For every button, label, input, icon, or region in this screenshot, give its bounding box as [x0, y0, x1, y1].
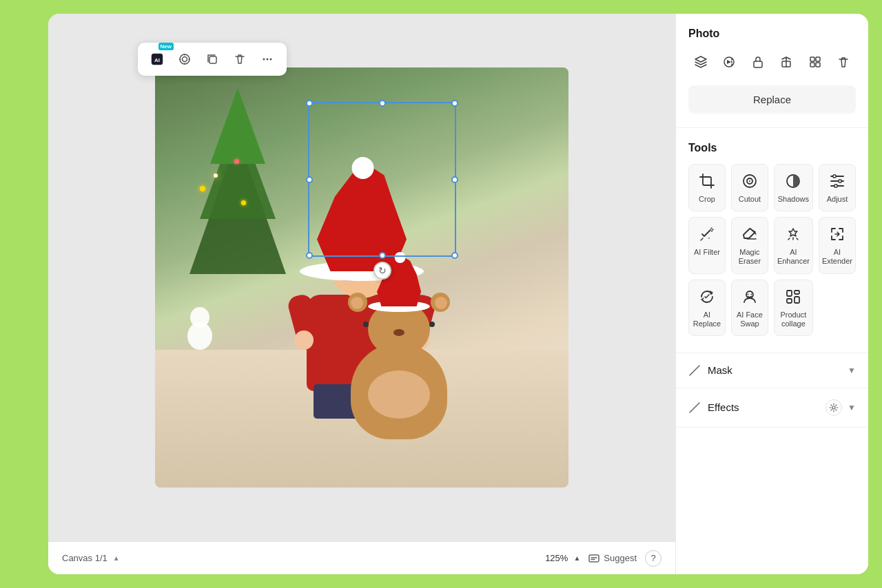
- tool-magic-eraser[interactable]: Magic Eraser: [731, 217, 768, 273]
- effects-header[interactable]: Effects ▼: [688, 399, 856, 416]
- svg-point-2: [180, 54, 189, 64]
- svg-rect-12: [810, 57, 814, 61]
- mask-title: Mask: [708, 364, 732, 376]
- bottom-actions: 125% ▲ Suggest ?: [545, 550, 662, 567]
- product-collage-icon: [783, 287, 803, 306]
- ai-filter-label: AI Filter: [694, 248, 720, 257]
- mask-chevron-icon: ▼: [848, 366, 856, 375]
- mask-icon: [688, 364, 701, 377]
- effects-title: Effects: [708, 401, 739, 413]
- handle-mid-left[interactable]: [306, 176, 313, 183]
- crop-label: Crop: [699, 195, 715, 204]
- ai-filter-icon: [697, 224, 717, 244]
- app-container: AI New: [48, 14, 868, 574]
- canvas-area: AI New: [48, 14, 675, 574]
- icon-bar: [688, 50, 856, 74]
- right-panel: Photo: [675, 14, 868, 574]
- svg-rect-14: [810, 63, 814, 67]
- magic-eraser-label: Magic Eraser: [735, 248, 765, 266]
- tool-ai-face-swap[interactable]: AI Face Swap: [731, 280, 768, 336]
- zoom-control: 125% ▲: [545, 553, 580, 563]
- more-button[interactable]: [255, 47, 280, 72]
- tool-product-collage[interactable]: Product collage: [774, 280, 813, 336]
- tool-crop[interactable]: Crop: [688, 164, 726, 211]
- ai-tool-button[interactable]: AI New: [145, 47, 170, 72]
- resize-button[interactable]: [803, 50, 828, 74]
- tool-ai-replace[interactable]: AI Replace: [688, 280, 726, 336]
- svg-text:AI: AI: [154, 57, 160, 63]
- svg-rect-21: [839, 180, 841, 182]
- flip-button[interactable]: [775, 50, 799, 74]
- shadows-icon: [783, 171, 803, 191]
- handle-bottom-right[interactable]: [451, 252, 458, 259]
- svg-rect-29: [794, 297, 799, 303]
- selection-box[interactable]: ↻: [308, 102, 456, 257]
- product-collage-label: Product collage: [777, 311, 810, 328]
- crop-icon: [697, 171, 717, 191]
- tool-ai-filter[interactable]: AI Filter: [688, 217, 726, 273]
- adjust-label: Adjust: [827, 195, 848, 204]
- ai-face-swap-icon: [740, 287, 759, 306]
- cutout-label: Cutout: [739, 195, 761, 204]
- copy-button[interactable]: [200, 47, 225, 72]
- canvas-chevron-icon: ▲: [113, 554, 120, 562]
- replace-button[interactable]: Replace: [688, 85, 856, 114]
- suggest-label: Suggest: [604, 553, 637, 563]
- help-button[interactable]: ?: [645, 550, 662, 567]
- help-label: ?: [650, 553, 655, 563]
- handle-bottom-center[interactable]: [379, 252, 386, 259]
- cutout-icon: [740, 171, 759, 191]
- svg-rect-4: [209, 56, 216, 63]
- rotate-handle[interactable]: ↻: [373, 262, 391, 280]
- effects-icon: [688, 401, 701, 414]
- svg-rect-26: [787, 291, 792, 296]
- handle-top-center[interactable]: [379, 100, 386, 107]
- ai-replace-icon: [697, 287, 717, 306]
- ai-extender-icon: [828, 224, 847, 244]
- trash-button[interactable]: [832, 50, 857, 74]
- mask-left: Mask: [688, 364, 732, 377]
- svg-point-18: [749, 180, 750, 182]
- canvas-workspace: AI New: [48, 14, 675, 541]
- ai-enhancer-label: AI Enhancer: [777, 248, 810, 266]
- svg-rect-28: [787, 299, 792, 303]
- handle-top-right[interactable]: [451, 100, 458, 107]
- tool-cutout[interactable]: Cutout: [731, 164, 768, 211]
- svg-point-30: [832, 406, 835, 409]
- ai-replace-label: AI Replace: [692, 311, 722, 328]
- ai-face-swap-label: AI Face Swap: [735, 311, 765, 328]
- tools-section: Tools Crop: [676, 128, 868, 353]
- svg-rect-10: [754, 61, 762, 67]
- handle-bottom-left[interactable]: [306, 252, 313, 259]
- zoom-level: 125%: [545, 553, 568, 563]
- svg-point-7: [270, 59, 272, 61]
- animate-button[interactable]: [717, 50, 742, 74]
- delete-button[interactable]: [227, 47, 252, 72]
- floating-toolbar: AI New: [138, 43, 287, 76]
- lock-button[interactable]: [746, 50, 770, 74]
- effects-chevron-icon: ▼: [848, 403, 856, 412]
- svg-point-5: [263, 59, 265, 61]
- canvas-bottom-bar: Canvas 1/1 ▲ 125% ▲ Suggest ?: [48, 541, 675, 574]
- canvas-label: Canvas 1/1: [62, 553, 107, 563]
- tool-ai-enhancer[interactable]: AI Enhancer: [774, 217, 813, 273]
- tools-grid: Crop Cutout: [688, 164, 856, 336]
- layers-button[interactable]: [688, 50, 713, 74]
- svg-point-24: [747, 293, 748, 295]
- svg-rect-15: [816, 63, 820, 67]
- new-badge: New: [158, 43, 174, 50]
- tool-ai-extender[interactable]: AI Extender: [819, 217, 856, 273]
- tool-shadows[interactable]: Shadows: [774, 164, 813, 211]
- svg-point-3: [183, 57, 187, 62]
- camera-button[interactable]: [172, 47, 197, 72]
- handle-mid-right[interactable]: [451, 176, 458, 183]
- mask-header[interactable]: Mask ▼: [688, 364, 856, 377]
- tool-adjust[interactable]: Adjust: [819, 164, 856, 211]
- adjust-icon: [828, 171, 847, 191]
- suggest-button[interactable]: Suggest: [588, 553, 637, 564]
- mask-section: Mask ▼: [676, 353, 868, 388]
- effects-settings-button[interactable]: [825, 399, 842, 416]
- photo-frame: ↻: [155, 67, 568, 487]
- svg-rect-27: [794, 291, 799, 294]
- handle-top-left[interactable]: [306, 100, 313, 107]
